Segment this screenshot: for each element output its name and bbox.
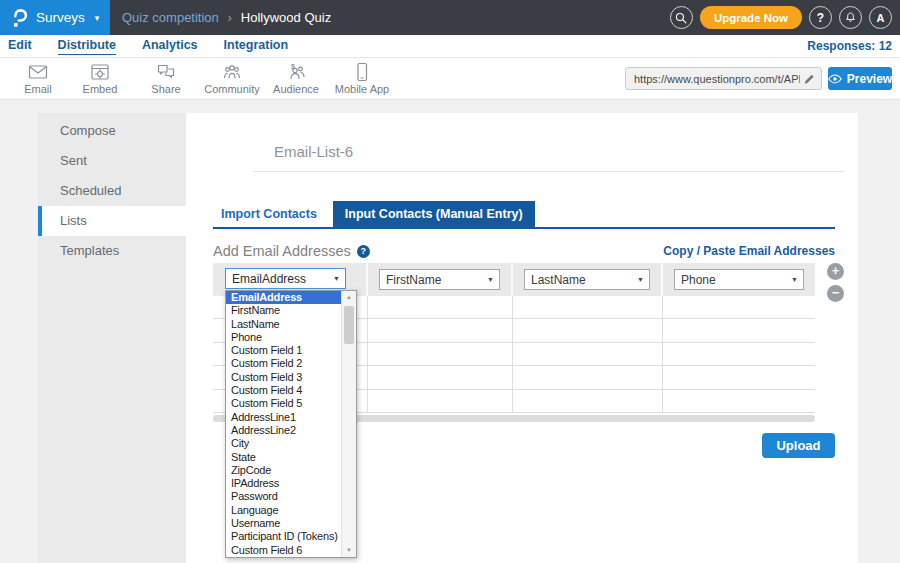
toolbar-item-label: Community bbox=[204, 83, 260, 95]
help-button[interactable]: ? bbox=[809, 6, 832, 29]
dropdown-option-custom-field-2[interactable]: Custom Field 2 bbox=[226, 357, 356, 370]
scroll-down-icon[interactable]: ▼ bbox=[342, 544, 356, 557]
help-icon[interactable]: ? bbox=[357, 245, 370, 258]
plus-icon: + bbox=[832, 263, 840, 278]
surveys-menu-button[interactable]: Surveys ▾ bbox=[0, 0, 110, 35]
product-label: Surveys bbox=[36, 10, 85, 25]
column-select-value: FirstName bbox=[386, 273, 441, 287]
select-arrow-icon: ▼ bbox=[637, 276, 644, 283]
dropdown-scrollbar-thumb[interactable] bbox=[344, 306, 354, 344]
sidebar-item-sent[interactable]: Sent bbox=[38, 146, 186, 176]
toolbar-item-label: Audience bbox=[273, 83, 319, 95]
upgrade-now-button[interactable]: Upgrade Now bbox=[700, 6, 802, 29]
column-select-value: Phone bbox=[681, 273, 716, 287]
sidebar-item-compose[interactable]: Compose bbox=[38, 116, 186, 146]
dropdown-scrollbar[interactable]: ▲ ▼ bbox=[341, 291, 356, 557]
toolbar-item-community[interactable]: Community bbox=[203, 61, 261, 95]
header-cell-phone: Phone ▼ bbox=[663, 263, 815, 296]
dropdown-option-custom-field-5[interactable]: Custom Field 5 bbox=[226, 397, 356, 410]
table-cell-input[interactable] bbox=[368, 343, 513, 365]
table-cell-input[interactable] bbox=[663, 319, 815, 341]
section-title: Add Email Addresses bbox=[213, 243, 351, 259]
edit-url-pencil-icon[interactable] bbox=[803, 73, 821, 85]
toolbar-item-label: Mobile App bbox=[335, 83, 389, 95]
sidebar-item-scheduled[interactable]: Scheduled bbox=[38, 176, 186, 206]
toolbar-item-embed[interactable]: Embed bbox=[76, 61, 124, 95]
dropdown-option-phone[interactable]: Phone bbox=[226, 331, 356, 344]
survey-url-group bbox=[625, 67, 822, 90]
copy-paste-email-addresses-link[interactable]: Copy / Paste Email Addresses bbox=[663, 244, 835, 258]
table-cell-input[interactable] bbox=[513, 319, 663, 341]
nav-item-analytics[interactable]: Analytics bbox=[142, 38, 198, 54]
select-arrow-icon: ▼ bbox=[791, 276, 798, 283]
table-cell-input[interactable] bbox=[663, 390, 815, 412]
table-cell-input[interactable] bbox=[513, 296, 663, 318]
notifications-button[interactable] bbox=[839, 6, 862, 29]
table-cell-input[interactable] bbox=[368, 390, 513, 412]
column-select-value: EmailAddress bbox=[232, 272, 306, 286]
preview-button[interactable]: Preview bbox=[828, 67, 892, 90]
table-cell-input[interactable] bbox=[663, 296, 815, 318]
column-select-firstname[interactable]: FirstName ▼ bbox=[379, 269, 500, 290]
sidebar-item-lists[interactable]: Lists bbox=[38, 206, 186, 236]
table-cell-input[interactable] bbox=[513, 366, 663, 388]
survey-url-input[interactable] bbox=[626, 73, 803, 85]
dropdown-option-lastname[interactable]: LastName bbox=[226, 318, 356, 331]
table-cell-input[interactable] bbox=[663, 343, 815, 365]
upload-button[interactable]: Upload bbox=[762, 433, 835, 458]
sidebar-item-templates[interactable]: Templates bbox=[38, 236, 186, 266]
page-title: Email-List-6 bbox=[274, 143, 353, 160]
dropdown-option-custom-field-4[interactable]: Custom Field 4 bbox=[226, 384, 356, 397]
dropdown-option-zipcode[interactable]: ZipCode bbox=[226, 464, 356, 477]
header-cell-lastname: LastName ▼ bbox=[513, 263, 663, 296]
add-row-button[interactable]: + bbox=[827, 263, 844, 280]
table-cell-input[interactable] bbox=[513, 390, 663, 412]
dropdown-option-custom-field-6[interactable]: Custom Field 6 bbox=[226, 544, 356, 557]
select-arrow-icon: ▼ bbox=[333, 275, 340, 282]
avatar[interactable]: A bbox=[869, 6, 892, 29]
dropdown-option-custom-field-3[interactable]: Custom Field 3 bbox=[226, 371, 356, 384]
dropdown-option-username[interactable]: Username bbox=[226, 517, 356, 530]
bell-icon bbox=[844, 11, 857, 24]
tab-import-contacts[interactable]: Import Contacts bbox=[213, 201, 325, 227]
audience-icon: $ bbox=[272, 61, 320, 83]
dropdown-option-addressline1[interactable]: AddressLine1 bbox=[226, 411, 356, 424]
toolbar-item-audience[interactable]: $ Audience bbox=[272, 61, 320, 95]
share-icon bbox=[142, 61, 190, 83]
dropdown-option-ipaddress[interactable]: IPAddress bbox=[226, 477, 356, 490]
embed-icon bbox=[76, 61, 124, 83]
column-select-emailaddress-open[interactable]: EmailAddress ▼ bbox=[225, 268, 346, 289]
dropdown-option-emailaddress[interactable]: EmailAddress bbox=[226, 291, 356, 304]
section-heading: Add Email Addresses ? bbox=[213, 243, 370, 259]
minus-icon: − bbox=[832, 285, 840, 300]
table-cell-input[interactable] bbox=[663, 366, 815, 388]
table-cell-input[interactable] bbox=[368, 366, 513, 388]
nav-item-edit[interactable]: Edit bbox=[8, 38, 32, 54]
scroll-up-icon[interactable]: ▲ bbox=[342, 291, 356, 304]
column-select-lastname[interactable]: LastName ▼ bbox=[524, 269, 650, 290]
column-select-phone[interactable]: Phone ▼ bbox=[674, 269, 804, 290]
nav-item-distribute[interactable]: Distribute bbox=[58, 38, 116, 55]
dropdown-option-language[interactable]: Language bbox=[226, 504, 356, 517]
remove-row-button[interactable]: − bbox=[827, 285, 844, 302]
nav-item-integration[interactable]: Integration bbox=[224, 38, 289, 54]
responses-count[interactable]: Responses: 12 bbox=[807, 39, 892, 53]
table-cell-input[interactable] bbox=[368, 319, 513, 341]
dropdown-option-firstname[interactable]: FirstName bbox=[226, 304, 356, 317]
dropdown-option-participant-id-tokens[interactable]: Participant ID (Tokens) bbox=[226, 530, 356, 543]
community-icon bbox=[203, 61, 261, 83]
tab-input-contacts-manual-entry[interactable]: Input Contacts (Manual Entry) bbox=[333, 201, 535, 227]
dropdown-option-addressline2[interactable]: AddressLine2 bbox=[226, 424, 356, 437]
eye-icon bbox=[828, 74, 842, 84]
toolbar-item-email[interactable]: Email bbox=[14, 61, 62, 95]
breadcrumb-parent[interactable]: Quiz competition bbox=[122, 10, 219, 25]
toolbar-item-share[interactable]: Share bbox=[142, 61, 190, 95]
table-cell-input[interactable] bbox=[368, 296, 513, 318]
dropdown-option-custom-field-1[interactable]: Custom Field 1 bbox=[226, 344, 356, 357]
table-cell-input[interactable] bbox=[513, 343, 663, 365]
search-button[interactable] bbox=[670, 6, 693, 29]
dropdown-option-password[interactable]: Password bbox=[226, 490, 356, 503]
toolbar-item-mobile-app[interactable]: Mobile App bbox=[330, 61, 394, 95]
dropdown-option-city[interactable]: City bbox=[226, 437, 356, 450]
dropdown-option-state[interactable]: State bbox=[226, 451, 356, 464]
